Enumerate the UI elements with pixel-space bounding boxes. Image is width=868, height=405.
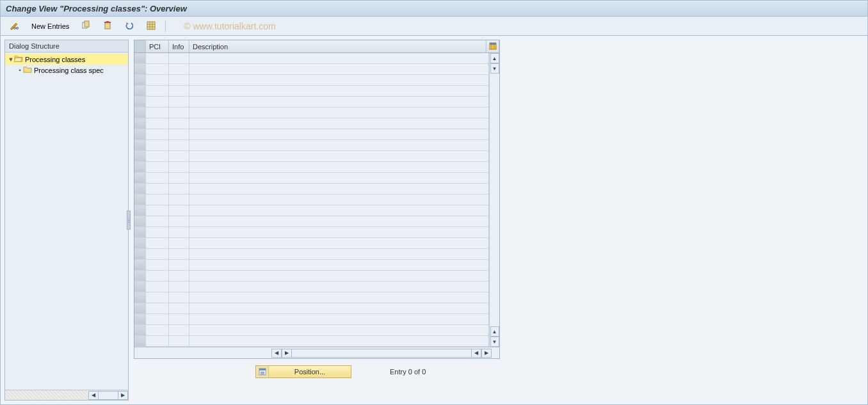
- table-row[interactable]: [134, 151, 489, 162]
- table-row[interactable]: [134, 238, 489, 249]
- cell-description[interactable]: [189, 205, 489, 216]
- cell-description[interactable]: [189, 151, 489, 161]
- cell-info[interactable]: [169, 249, 189, 259]
- cell-info[interactable]: [169, 314, 189, 324]
- cell-info[interactable]: [169, 303, 189, 314]
- cell-info[interactable]: [169, 282, 189, 292]
- cell-info[interactable]: [169, 184, 189, 194]
- cell-pcl[interactable]: [146, 336, 169, 346]
- cell-description[interactable]: [189, 195, 489, 205]
- tree-item-processing-classes[interactable]: ▼ Processing classes: [5, 54, 128, 65]
- row-selector[interactable]: [134, 249, 146, 259]
- row-selector[interactable]: [134, 260, 146, 270]
- row-selector[interactable]: [134, 129, 146, 139]
- table-row[interactable]: [134, 282, 489, 292]
- row-selector[interactable]: [134, 53, 146, 63]
- copy-button[interactable]: [77, 19, 95, 33]
- cell-pcl[interactable]: [146, 238, 169, 248]
- row-selector[interactable]: [134, 205, 146, 216]
- cell-pcl[interactable]: [146, 205, 169, 216]
- table-row[interactable]: [134, 336, 489, 347]
- cell-info[interactable]: [169, 64, 189, 74]
- cell-description[interactable]: [189, 162, 489, 172]
- cell-pcl[interactable]: [146, 173, 169, 183]
- cell-info[interactable]: [169, 97, 189, 107]
- cell-description[interactable]: [189, 292, 489, 303]
- cell-description[interactable]: [189, 53, 489, 63]
- cell-description[interactable]: [189, 336, 489, 346]
- cell-info[interactable]: [169, 195, 189, 205]
- row-selector[interactable]: [134, 162, 146, 172]
- table-row[interactable]: [134, 162, 489, 173]
- undo-button[interactable]: [120, 19, 138, 33]
- cell-description[interactable]: [189, 86, 489, 96]
- row-selector[interactable]: [134, 271, 146, 281]
- cell-description[interactable]: [189, 118, 489, 129]
- table-row[interactable]: [134, 227, 489, 238]
- tree-expander-icon[interactable]: ▼: [8, 56, 14, 63]
- cell-pcl[interactable]: [146, 303, 169, 314]
- cell-description[interactable]: [189, 216, 489, 226]
- cell-pcl[interactable]: [146, 151, 169, 161]
- cell-pcl[interactable]: [146, 162, 169, 172]
- scroll-up-button[interactable]: ▲: [490, 53, 499, 63]
- table-row[interactable]: [134, 271, 489, 282]
- row-selector[interactable]: [134, 314, 146, 324]
- row-selector[interactable]: [134, 97, 146, 107]
- row-selector[interactable]: [134, 303, 146, 314]
- cell-info[interactable]: [169, 140, 189, 150]
- row-selector[interactable]: [134, 64, 146, 74]
- position-button[interactable]: Position...: [255, 365, 351, 378]
- cell-pcl[interactable]: [146, 97, 169, 107]
- column-header-pcl[interactable]: PCl: [146, 40, 169, 52]
- cell-description[interactable]: [189, 282, 489, 292]
- cell-info[interactable]: [169, 325, 189, 335]
- cell-description[interactable]: [189, 140, 489, 150]
- table-row[interactable]: [134, 205, 489, 216]
- table-settings-button[interactable]: [486, 40, 499, 52]
- cell-info[interactable]: [169, 173, 189, 183]
- cell-info[interactable]: [169, 227, 189, 237]
- table-row[interactable]: [134, 118, 489, 129]
- sidebar-horizontal-scrollbar[interactable]: ◀ ▶: [5, 390, 128, 400]
- cell-description[interactable]: [189, 184, 489, 194]
- cell-pcl[interactable]: [146, 64, 169, 74]
- hscroll-left-button[interactable]: ◀: [271, 349, 282, 358]
- table-row[interactable]: [134, 292, 489, 303]
- cell-description[interactable]: [189, 173, 489, 183]
- cell-pcl[interactable]: [146, 75, 169, 85]
- row-selector[interactable]: [134, 140, 146, 150]
- cell-description[interactable]: [189, 129, 489, 139]
- cell-info[interactable]: [169, 205, 189, 216]
- cell-pcl[interactable]: [146, 86, 169, 96]
- cell-pcl[interactable]: [146, 249, 169, 259]
- row-selector[interactable]: [134, 195, 146, 205]
- cell-description[interactable]: [189, 314, 489, 324]
- cell-info[interactable]: [169, 292, 189, 303]
- cell-info[interactable]: [169, 271, 189, 281]
- cell-description[interactable]: [189, 238, 489, 248]
- row-selector[interactable]: [134, 325, 146, 335]
- row-selector[interactable]: [134, 86, 146, 96]
- tree-item-processing-class-spec[interactable]: • Processing class spec: [5, 65, 128, 75]
- cell-info[interactable]: [169, 260, 189, 270]
- table-row[interactable]: [134, 129, 489, 140]
- cell-pcl[interactable]: [146, 271, 169, 281]
- row-selector[interactable]: [134, 173, 146, 183]
- delete-button[interactable]: [99, 19, 117, 33]
- row-selector[interactable]: [134, 151, 146, 161]
- table-row[interactable]: [134, 325, 489, 336]
- scroll-right-button[interactable]: ▶: [118, 391, 128, 400]
- table-vertical-scrollbar[interactable]: ▲ ▼ ▲ ▼: [489, 53, 499, 347]
- cell-pcl[interactable]: [146, 107, 169, 118]
- table-row[interactable]: [134, 140, 489, 151]
- scroll-left-button[interactable]: ◀: [88, 391, 99, 400]
- hscroll-step-left-button[interactable]: ◀: [471, 349, 481, 358]
- row-selector-header[interactable]: [134, 40, 146, 52]
- cell-pcl[interactable]: [146, 260, 169, 270]
- table-row[interactable]: [134, 64, 489, 75]
- splitter-handle[interactable]: ⋮: [127, 210, 131, 230]
- cell-pcl[interactable]: [146, 325, 169, 335]
- cell-info[interactable]: [169, 75, 189, 85]
- scroll-page-up-button[interactable]: ▲: [490, 326, 499, 337]
